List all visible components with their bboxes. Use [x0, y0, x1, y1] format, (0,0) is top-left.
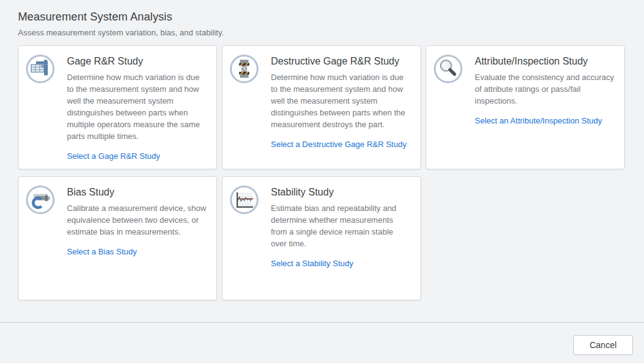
- card-body: Bias Study Calibrate a measurement devic…: [67, 186, 206, 291]
- card-body: Stability Study Estimate bias and repeat…: [271, 186, 410, 291]
- card-destructive-gage-rr-study: Destructive Gage R&R Study Determine how…: [222, 45, 421, 169]
- select-attribute-inspection-study-link[interactable]: Select an Attribute/Inspection Study: [475, 116, 602, 125]
- card-title: Bias Study: [67, 187, 206, 198]
- card-description: Determine how much variation is due to t…: [271, 71, 410, 130]
- card-stability-study: Stability Study Estimate bias and repeat…: [222, 176, 421, 300]
- caliper-icon: [26, 55, 55, 83]
- card-description: Evaluate the consistency and accuracy of…: [475, 71, 614, 107]
- page-subtitle: Assess measurement system variation, bia…: [18, 28, 644, 37]
- card-title: Stability Study: [271, 187, 410, 198]
- msa-dialog: Measurement System Analysis Assess measu…: [0, 0, 644, 323]
- destructive-specimen-icon: [230, 55, 258, 83]
- dialog-footer: Cancel: [0, 323, 644, 362]
- card-title: Attribute/Inspection Study: [475, 56, 614, 67]
- micrometer-icon: [26, 186, 55, 214]
- cancel-button[interactable]: Cancel: [573, 335, 633, 355]
- card-description: Determine how much variation is due to t…: [67, 71, 206, 142]
- card-body: Attribute/Inspection Study Evaluate the …: [475, 55, 614, 160]
- select-bias-study-link[interactable]: Select a Bias Study: [67, 247, 137, 256]
- select-destructive-gage-rr-study-link[interactable]: Select a Destructive Gage R&R Study: [271, 140, 407, 149]
- card-body: Destructive Gage R&R Study Determine how…: [271, 55, 410, 160]
- select-gage-rr-study-link[interactable]: Select a Gage R&R Study: [67, 151, 160, 161]
- magnifier-icon: [434, 55, 462, 83]
- card-bias-study: Bias Study Calibrate a measurement devic…: [18, 176, 217, 300]
- control-chart-icon: [230, 186, 258, 214]
- card-gage-rr-study: Gage R&R Study Determine how much variat…: [18, 45, 217, 169]
- card-description: Estimate bias and repeatability and dete…: [271, 202, 410, 249]
- select-stability-study-link[interactable]: Select a Stability Study: [271, 259, 353, 268]
- card-title: Destructive Gage R&R Study: [271, 56, 410, 67]
- card-title: Gage R&R Study: [67, 56, 206, 67]
- card-body: Gage R&R Study Determine how much variat…: [67, 55, 206, 160]
- study-card-grid: Gage R&R Study Determine how much variat…: [18, 45, 625, 300]
- dialog-header: Measurement System Analysis Assess measu…: [0, 0, 644, 37]
- page-title: Measurement System Analysis: [18, 11, 644, 24]
- card-description: Calibrate a measurement device, show equ…: [67, 202, 206, 238]
- card-attribute-inspection-study: Attribute/Inspection Study Evaluate the …: [426, 45, 625, 169]
